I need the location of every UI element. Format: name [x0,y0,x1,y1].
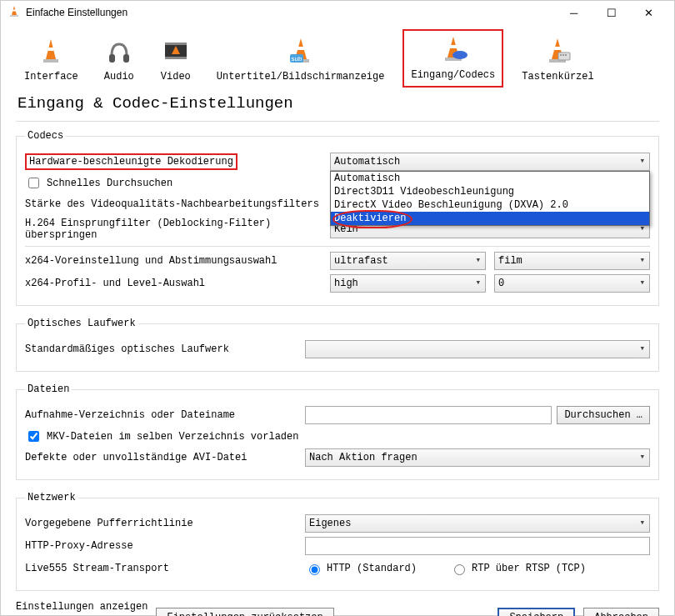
tab-hotkeys[interactable]: Tastenkürzel [515,33,600,88]
live555-http-label: HTTP (Standard) [327,563,417,574]
default-optical-select[interactable] [305,340,650,358]
avi-select[interactable]: Nach Aktion fragen [305,448,650,467]
cancel-button[interactable]: Abbrechen [583,608,659,616]
svg-rect-5 [43,59,58,63]
tab-subtitles[interactable]: sub Untertitel/Bildschirmanzeige [210,33,392,88]
mkv-preload-label: MKV-Dateien im selben Verzeichnis vorlad… [47,431,298,443]
network-legend: Netzwerk [25,492,78,503]
svg-rect-6 [109,54,115,63]
x264-tune-select[interactable]: film [494,252,650,270]
maximize-button[interactable]: ☐ [592,1,630,24]
codecs-legend: Codecs [25,130,66,142]
postproc-label: Stärke des Videoqualitäts-Nachbearbeitun… [25,198,325,210]
tab-label: Audio [104,71,134,83]
svg-rect-26 [562,54,564,56]
close-button[interactable]: ✕ [630,1,668,24]
save-button-label: Speichern [509,612,563,616]
reset-button[interactable]: Einstellungen zurücksetzen [156,608,333,616]
svg-rect-25 [560,54,562,56]
interface-icon [35,36,67,68]
titlebar: Einfache Einstellungen ─ ☐ ✕ [1,1,674,24]
reset-button-label: Einstellungen zurücksetzen [167,612,322,616]
hw-decode-label: Hardware-beschleunigte Dekodierung [25,153,325,170]
x264-preset-select[interactable]: ultrafast [330,252,486,270]
buffer-label: Vorgegebene Pufferrichtlinie [25,518,300,529]
svg-rect-4 [48,48,54,51]
fast-seek-label: Schnelles Durchsuchen [47,178,172,189]
save-button[interactable]: Speichern [498,608,575,616]
svg-rect-27 [565,54,567,56]
tab-video[interactable]: Video [153,33,198,88]
input-codecs-icon [438,34,469,66]
buffer-select[interactable]: Eigenes [305,514,650,533]
hw-decode-option-dxva[interactable]: DirectX Video Beschleunigung (DXVA) 2.0 [331,198,649,212]
svg-rect-10 [165,57,187,59]
app-icon [8,5,21,21]
hw-decode-label-text: Hardware-beschleunigte Dekodierung [25,153,238,170]
tab-label: Video [161,71,191,83]
bottom-bar: Einstellungen anzeigen Einfach Alle Eins… [16,594,659,616]
subtitles-icon: sub [285,36,317,68]
hotkeys-icon [542,36,573,68]
optical-legend: Optisches Laufwerk [25,318,138,329]
live555-label: Live555 Stream-Transport [25,563,300,574]
svg-rect-18 [450,45,457,48]
svg-rect-2 [12,9,16,11]
files-group: Dateien Aufnahme-Verzeichnis oder Datein… [16,383,659,480]
tab-label: Interface [24,71,78,83]
cancel-button-label: Abbrechen [594,612,648,616]
tab-label: Untertitel/Bildschirmanzeige [217,71,385,83]
tab-label: Tastenkürzel [522,71,593,83]
svg-rect-9 [165,43,187,45]
svg-rect-1 [10,15,18,17]
live555-rtp-radio[interactable]: RTP über RTSP (TCP) [450,562,586,575]
window-title: Einfache Einstellungen [26,7,555,18]
live555-rtp-input[interactable] [454,564,465,575]
live555-http-input[interactable] [309,564,320,575]
show-settings-label: Einstellungen anzeigen [16,601,148,613]
preferences-window: Einfache Einstellungen ─ ☐ ✕ Interface A… [0,0,675,616]
avi-label: Defekte oder unvollständige AVI-Datei [25,452,300,463]
optical-group: Optisches Laufwerk Standardmäßiges optis… [16,318,659,372]
record-dir-label: Aufnahme-Verzeichnis oder Dateiname [25,409,300,421]
svg-point-20 [452,51,468,59]
mkv-preload-checkbox[interactable] [28,431,39,442]
proxy-input[interactable] [305,537,650,555]
default-optical-label: Standardmäßiges optisches Laufwerk [25,343,300,355]
svg-rect-7 [123,54,129,63]
live555-http-radio[interactable]: HTTP (Standard) [305,562,417,575]
audio-icon [103,36,135,68]
hw-decode-option-d3d11[interactable]: Direct3D11 Videobeschleunigung [331,185,649,198]
content-area: Interface Audio Video sub Untertitel/Bil… [1,24,674,616]
hw-decode-select[interactable]: Automatisch [330,153,650,171]
x264-level-select[interactable]: 0 [494,274,650,293]
hw-decode-dropdown-list: Automatisch Direct3D11 Videobeschleunigu… [330,171,650,226]
files-legend: Dateien [25,383,72,395]
tab-input-codecs[interactable]: Eingang/Codecs [402,29,503,88]
codecs-group: Codecs Hardware-beschleunigte Dekodierun… [16,130,659,306]
page-title: Eingang & Codec-Einstellungen [16,88,659,122]
divider [25,246,650,247]
browse-button[interactable]: Durchsuchen … [557,406,650,424]
proxy-label: HTTP-Proxy-Adresse [25,540,300,552]
fast-seek-checkbox[interactable] [28,178,39,188]
record-dir-input[interactable] [305,406,552,424]
show-settings-group: Einstellungen anzeigen Einfach Alle [16,601,148,616]
tab-interface[interactable]: Interface [18,33,85,88]
h264-skip-label: H.264 Einsprungfilter (Deblocking-Filter… [25,218,325,241]
x264-profile-select[interactable]: high [330,274,486,293]
hw-decode-option-auto[interactable]: Automatisch [331,172,649,185]
tab-audio[interactable]: Audio [97,33,142,88]
hw-decode-option-disable[interactable]: Deaktivieren [331,212,649,225]
tabs-bar: Interface Audio Video sub Untertitel/Bil… [16,24,659,88]
svg-text:sub: sub [291,55,302,63]
network-group: Netzwerk Vorgegebene Pufferrichtlinie Ei… [16,492,659,591]
live555-rtp-label: RTP über RTSP (TCP) [472,563,586,574]
svg-rect-13 [298,47,304,50]
svg-rect-22 [554,47,561,50]
hw-decode-option-disable-text: Deaktivieren [334,213,406,224]
minimize-button[interactable]: ─ [555,1,592,24]
tab-label: Eingang/Codecs [411,69,495,81]
video-icon [160,36,192,68]
x264-profile-label: x264-Profil- und Level-Auswahl [25,278,325,289]
